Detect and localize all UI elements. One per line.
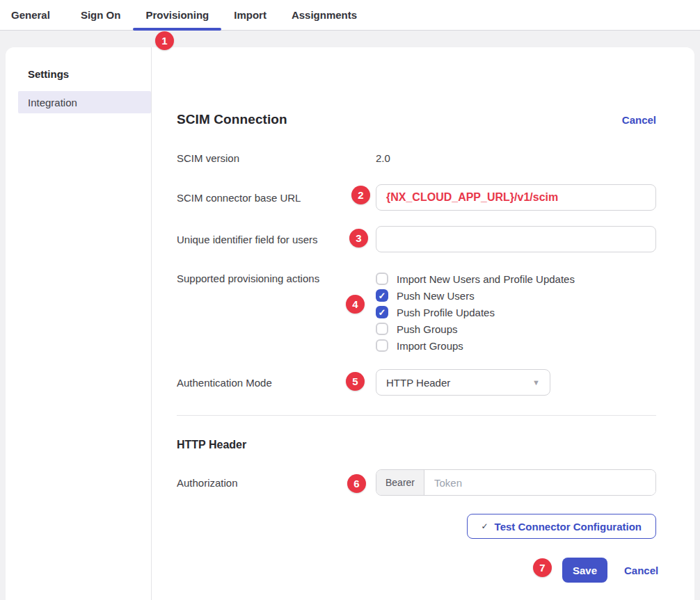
base-url-row: SCIM connector base URL	[177, 184, 656, 211]
base-url-input[interactable]	[376, 184, 656, 211]
authorization-label: Authorization	[177, 477, 376, 489]
checkbox-label: Import New Users and Profile Updates	[397, 273, 575, 285]
auth-mode-row: Authentication Mode HTTP Header ▼	[177, 369, 656, 396]
checkbox-row-import-groups[interactable]: Import Groups	[376, 337, 656, 354]
annotation-badge-6: 6	[347, 474, 366, 493]
annotation-badge-1: 1	[155, 31, 174, 50]
checkbox-row-import-new-users[interactable]: Import New Users and Profile Updates	[376, 270, 656, 287]
checkbox-import-new-users[interactable]	[376, 273, 388, 285]
cancel-link-bottom[interactable]: Cancel	[624, 565, 656, 576]
settings-sidebar: Settings Integration	[6, 47, 152, 600]
annotation-badge-3: 3	[349, 229, 368, 248]
auth-mode-select[interactable]: HTTP Header ▼	[376, 369, 550, 396]
checkbox-push-groups[interactable]	[376, 323, 388, 335]
checkbox-label: Push Groups	[397, 323, 458, 335]
checkbox-label: Push New Users	[397, 290, 475, 302]
bearer-prefix: Bearer	[376, 470, 424, 495]
unique-id-label: Unique identifier field for users	[177, 234, 376, 245]
annotation-badge-2: 2	[351, 186, 370, 204]
tab-general[interactable]: General	[11, 0, 68, 30]
auth-mode-selected-value: HTTP Header	[386, 377, 450, 389]
tab-sign-on[interactable]: Sign On	[68, 0, 134, 30]
unique-id-input[interactable]	[376, 226, 656, 252]
sidebar-item-integration[interactable]: Integration	[18, 91, 151, 113]
scim-version-label: SCIM version	[177, 152, 376, 164]
tab-import[interactable]: Import	[221, 0, 279, 30]
provisioning-actions-label: Supported provisioning actions	[177, 270, 376, 287]
chevron-down-icon: ▼	[532, 378, 540, 387]
section-divider	[177, 415, 656, 416]
annotation-badge-4: 4	[346, 295, 365, 314]
checkbox-row-push-new-users[interactable]: Push New Users	[376, 287, 656, 304]
scim-version-value: 2.0	[376, 152, 656, 164]
provisioning-actions-row: Supported provisioning actions Import Ne…	[177, 270, 656, 354]
annotation-badge-7: 7	[533, 558, 552, 577]
authorization-input-group: Bearer	[376, 469, 656, 496]
http-header-section-title: HTTP Header	[177, 437, 656, 453]
provisioning-card: Settings Integration SCIM Connection Can…	[6, 47, 694, 600]
checkbox-push-new-users[interactable]	[376, 289, 388, 302]
test-connector-button[interactable]: ✓ Test Connector Configuration	[467, 514, 656, 539]
scim-version-row: SCIM version 2.0	[177, 150, 656, 165]
sidebar-header: Settings	[6, 68, 151, 91]
test-connector-button-label: Test Connector Configuration	[495, 521, 642, 533]
check-icon: ✓	[482, 521, 488, 531]
checkbox-row-push-groups[interactable]: Push Groups	[376, 321, 656, 337]
checkbox-row-push-profile-updates[interactable]: Push Profile Updates	[376, 304, 656, 321]
unique-id-row: Unique identifier field for users	[177, 226, 656, 252]
app-tabbar: General Sign On Provisioning Import Assi…	[0, 0, 700, 31]
tab-provisioning[interactable]: Provisioning	[133, 0, 221, 30]
base-url-label: SCIM connector base URL	[177, 192, 376, 204]
authorization-row: Authorization Bearer	[177, 469, 656, 496]
checkbox-label: Push Profile Updates	[397, 307, 495, 318]
checkbox-label: Import Groups	[397, 340, 463, 352]
annotation-badge-5: 5	[346, 372, 365, 391]
checkbox-import-groups[interactable]	[376, 339, 388, 352]
token-input[interactable]	[424, 470, 655, 495]
checkbox-push-profile-updates[interactable]	[376, 306, 388, 318]
scim-connection-panel: SCIM Connection Cancel SCIM version 2.0 …	[152, 47, 694, 600]
save-button[interactable]: Save	[562, 558, 607, 583]
page-title: SCIM Connection	[177, 112, 287, 127]
tab-assignments[interactable]: Assignments	[279, 0, 369, 30]
cancel-link-top[interactable]: Cancel	[622, 114, 656, 126]
